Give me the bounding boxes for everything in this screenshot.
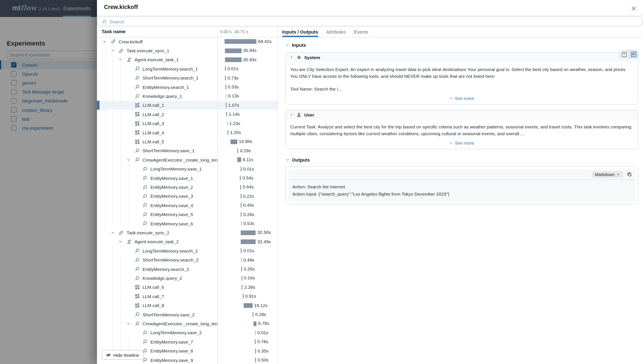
span-row[interactable]: ShortTermMemory.search_20.49s — [97, 255, 278, 264]
llm-nodes-icon — [134, 102, 140, 108]
chevron-down-icon[interactable] — [126, 322, 131, 326]
span-row[interactable]: EntityMemory.save_70.78s — [97, 337, 278, 346]
span-row[interactable]: Knowledge.query_20.16s — [97, 274, 278, 283]
outputs-section-header[interactable]: Outputs — [285, 157, 638, 162]
magnifier-icon — [142, 339, 148, 345]
duration-label: 0.01s — [258, 330, 268, 335]
span-row[interactable]: CrewAgentExecutor._create_long_term_memo… — [97, 155, 278, 164]
duration-label: 32.49s — [258, 239, 271, 244]
span-row[interactable]: EntityMemory.save_20.64s — [97, 183, 278, 192]
outputs-toolbar: Markdown — [288, 169, 635, 180]
duration-label: 0.01s — [244, 248, 254, 253]
trace-drawer: Crew.kickoff Search Task name 0.00 s34.7… — [97, 0, 643, 364]
span-row[interactable]: LLM.call_21.14s — [97, 110, 278, 119]
tree-header-row: Task name 0.00 s34.71 s — [97, 27, 278, 38]
duration-label: 0.54s — [242, 175, 253, 180]
span-row[interactable]: LLM.call_11.07s — [97, 101, 278, 110]
chevron-down-icon — [285, 43, 290, 47]
duration-bar — [227, 121, 228, 126]
span-name: Task.execute_sync_1 — [126, 48, 169, 53]
span-row[interactable]: Agent.execute_task_232.49s — [97, 237, 278, 246]
inputs-section-label: Inputs — [292, 42, 306, 48]
span-row[interactable]: EntityMemory.search_10.53s — [97, 82, 278, 92]
inputs-section-header[interactable]: Inputs — [285, 42, 638, 48]
format-dropdown-label: Markdown — [595, 172, 614, 177]
span-row[interactable]: LongTermMemory.search_10.01s — [97, 64, 278, 73]
span-row[interactable]: LongTermMemory.save_20.01s — [97, 328, 278, 338]
system-see-more-link[interactable]: See more — [286, 92, 638, 104]
span-row[interactable]: Knowledge.query_10.13s — [97, 92, 278, 101]
eye-off-icon — [106, 352, 111, 358]
tab-inputs-outputs[interactable]: Inputs / Outputs — [282, 27, 318, 37]
span-row[interactable]: CrewAgentExecutor._create_long_term_memo… — [97, 319, 278, 328]
span-row[interactable]: LLM.call_31.23s — [97, 119, 278, 128]
link-icon — [110, 39, 116, 44]
span-name: Task.execute_sync_2 — [126, 230, 169, 235]
chevron-down-icon[interactable] — [118, 240, 123, 244]
span-row[interactable]: LLM.call_819.12s — [97, 301, 278, 310]
span-row[interactable]: Crew.kickoff69.42s — [97, 37, 278, 46]
duration-bar — [255, 330, 256, 335]
user-see-more-link[interactable]: See more — [286, 137, 638, 149]
span-name: Knowledge.query_2 — [142, 276, 182, 281]
chevron-down-icon[interactable] — [118, 58, 123, 62]
span-row[interactable]: LongTermMemory.search_20.01s — [97, 246, 278, 255]
span-row[interactable]: ShortTermMemory.search_10.73s — [97, 73, 278, 82]
format-dropdown[interactable]: Markdown — [592, 171, 623, 178]
span-row[interactable]: Agent.execute_task_135.93s — [97, 55, 278, 64]
markdown-box-icon: M — [631, 52, 636, 57]
span-row[interactable]: EntityMemory.save_40.44s — [97, 201, 278, 210]
copy-icon[interactable] — [627, 172, 632, 177]
magnifier-icon — [142, 212, 148, 217]
span-row[interactable]: EntityMemory.save_10.54s — [97, 174, 278, 183]
duration-bar — [241, 230, 256, 235]
chevron-down-icon[interactable] — [110, 230, 115, 235]
span-name: LLM.call_2 — [142, 112, 164, 117]
span-row[interactable]: Task.execute_sync_135.94s — [97, 46, 278, 55]
span-row[interactable]: EntityMemory.save_50.28s — [97, 210, 278, 219]
llm-nodes-icon — [134, 130, 140, 135]
raw-text-view-button[interactable]: T — [620, 50, 628, 58]
duration-bar — [237, 158, 241, 162]
span-name: EntityMemory.save_4 — [150, 203, 193, 208]
span-row[interactable]: Task.execute_sync_232.50s — [97, 228, 278, 237]
user-icon — [296, 112, 301, 117]
span-search-input[interactable]: Search — [97, 16, 643, 26]
span-row[interactable]: LLM.call_62.28s — [97, 283, 278, 292]
see-more-label: See more — [455, 96, 474, 101]
span-row[interactable]: EntityMemory.save_60.53s — [97, 219, 278, 228]
span-row[interactable]: LLM.call_41.20s — [97, 128, 278, 137]
chevron-down-icon[interactable] — [110, 48, 115, 53]
chevron-down-icon[interactable] — [102, 39, 107, 44]
text-box-icon: T — [622, 52, 627, 57]
user-card-header[interactable]: User — [286, 110, 638, 119]
hide-timeline-button[interactable]: Hide timeline — [102, 350, 143, 360]
duration-bar — [255, 349, 256, 353]
duration-bar — [255, 358, 256, 362]
span-row[interactable]: EntityMemory.save_30.22s — [97, 192, 278, 201]
duration-bar — [241, 240, 256, 244]
span-row[interactable]: LongTermMemory.save_10.01s — [97, 164, 278, 174]
span-row[interactable]: ShortTermMemory.save_10.29s — [97, 146, 278, 156]
span-row[interactable]: LLM.call_514.96s — [97, 137, 278, 146]
chevron-down-icon[interactable] — [126, 158, 131, 162]
markdown-view-button[interactable]: M — [628, 50, 638, 58]
span-row[interactable]: EntityMemory.search_20.26s — [97, 264, 278, 274]
system-card-header[interactable]: System — [286, 53, 638, 62]
screen: mlflow2.18.1.dev0 Experiments Experiment… — [0, 0, 643, 364]
span-row[interactable]: LLM.call_70.91s — [97, 292, 278, 301]
duration-label: 0.01s — [228, 66, 238, 71]
close-icon[interactable] — [630, 5, 637, 12]
tab-attributes[interactable]: Attributes — [326, 27, 346, 37]
tab-events[interactable]: Events — [354, 27, 368, 37]
chevron-right-icon — [290, 113, 293, 116]
magnifier-icon — [134, 321, 140, 326]
duration-bar — [242, 276, 242, 280]
span-row[interactable]: ShortTermMemory.save_20.28s — [97, 310, 278, 319]
span-name: LongTermMemory.save_2 — [150, 330, 202, 335]
duration-bar — [226, 112, 227, 117]
duration-label: 0.91s — [245, 294, 256, 298]
duration-bar — [254, 321, 257, 326]
span-name: LLM.call_3 — [142, 121, 164, 126]
duration-label: 0.49s — [244, 257, 254, 262]
